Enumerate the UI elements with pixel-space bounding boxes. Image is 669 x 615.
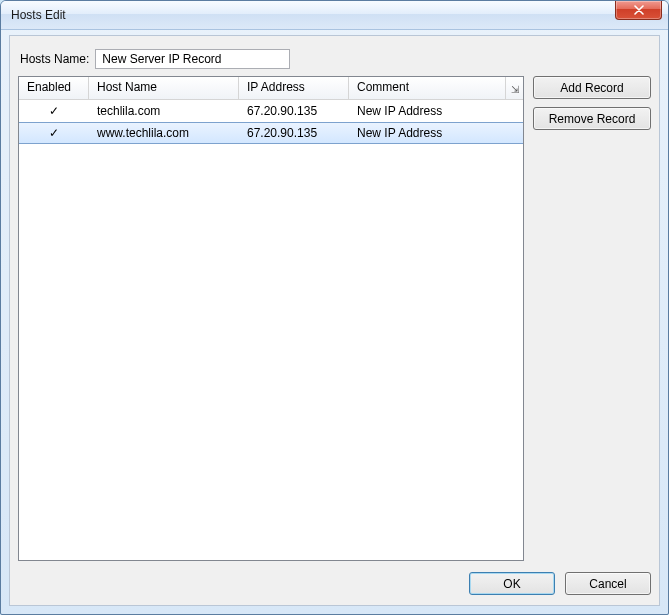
cell-enabled: ✓ (19, 126, 89, 140)
hosts-name-input[interactable] (95, 49, 290, 69)
table-row[interactable]: ✓techlila.com67.20.90.135New IP Address (19, 100, 523, 122)
side-button-panel: Add Record Remove Record (533, 76, 651, 130)
column-header-host[interactable]: Host Name (89, 77, 239, 99)
cancel-button[interactable]: Cancel (565, 572, 651, 595)
remove-record-button[interactable]: Remove Record (533, 107, 651, 130)
cell-host: www.techlila.com (89, 126, 239, 140)
table-row[interactable]: ✓www.techlila.com67.20.90.135New IP Addr… (19, 122, 523, 144)
hosts-name-row: Hosts Name: (20, 48, 649, 70)
titlebar[interactable]: Hosts Edit (1, 1, 668, 30)
hosts-name-label: Hosts Name: (20, 52, 89, 66)
dialog-window: Hosts Edit Hosts Name: Enabled Host Name… (0, 0, 669, 615)
cell-ip: 67.20.90.135 (239, 126, 349, 140)
column-header-enabled[interactable]: Enabled (19, 77, 89, 99)
cell-ip: 67.20.90.135 (239, 104, 349, 118)
cell-comment: New IP Address (349, 104, 523, 118)
dialog-client-area: Hosts Name: Enabled Host Name IP Address… (9, 35, 660, 606)
add-record-button[interactable]: Add Record (533, 76, 651, 99)
hosts-table[interactable]: Enabled Host Name IP Address Comment ⇲ ✓… (18, 76, 524, 561)
cell-host: techlila.com (89, 104, 239, 118)
ok-button[interactable]: OK (469, 572, 555, 595)
cell-enabled: ✓ (19, 104, 89, 118)
window-title: Hosts Edit (11, 8, 66, 22)
column-header-comment[interactable]: Comment (349, 77, 505, 99)
column-chooser-icon[interactable]: ⇲ (505, 77, 523, 99)
cell-comment: New IP Address (349, 126, 523, 140)
column-header-ip[interactable]: IP Address (239, 77, 349, 99)
close-button[interactable] (615, 1, 662, 20)
table-header: Enabled Host Name IP Address Comment ⇲ (19, 77, 523, 100)
close-icon (634, 5, 644, 15)
table-body: ✓techlila.com67.20.90.135New IP Address✓… (19, 100, 523, 144)
dialog-footer: OK Cancel (469, 572, 651, 595)
